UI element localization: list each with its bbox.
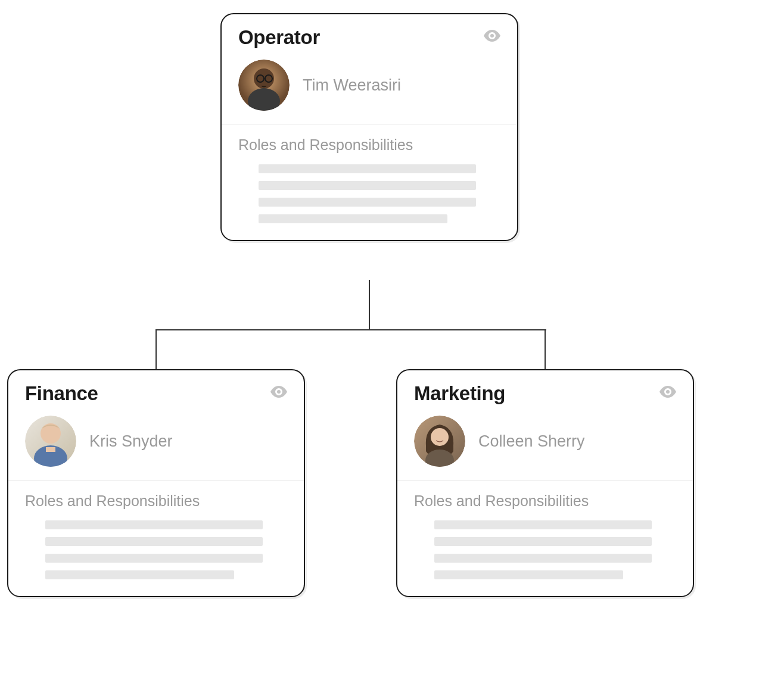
placeholder-lines [25, 520, 287, 579]
roles-label: Roles and Responsibilities [238, 136, 500, 154]
svg-point-6 [41, 423, 61, 444]
connector-line [155, 329, 546, 330]
roles-section: Roles and Responsibilities [8, 480, 304, 596]
placeholder-lines [414, 520, 676, 579]
card-title: Finance [25, 382, 98, 405]
roles-label: Roles and Responsibilities [25, 492, 287, 510]
placeholder-line [434, 537, 652, 546]
placeholder-line [259, 164, 476, 173]
card-title: Marketing [414, 382, 505, 405]
org-chart: Operator [0, 0, 784, 674]
org-card-marketing[interactable]: Marketing [396, 369, 694, 597]
connector-line [155, 329, 157, 370]
eye-icon[interactable] [659, 386, 676, 400]
roles-section: Roles and Responsibilities [222, 124, 517, 240]
svg-point-10 [431, 428, 449, 446]
placeholder-line [434, 554, 652, 563]
roles-section: Roles and Responsibilities [397, 480, 693, 596]
placeholder-line [259, 181, 476, 190]
placeholder-line [259, 214, 447, 223]
avatar [25, 416, 76, 467]
placeholder-line [434, 520, 652, 529]
person-row: Colleen Sherry [397, 410, 693, 480]
placeholder-line [434, 570, 623, 579]
card-header: Finance [8, 370, 304, 410]
connector-line [545, 329, 546, 370]
placeholder-line [45, 537, 263, 546]
placeholder-lines [238, 164, 500, 223]
card-title: Operator [238, 26, 320, 49]
person-name: Kris Snyder [89, 432, 173, 451]
roles-label: Roles and Responsibilities [414, 492, 676, 510]
card-header: Operator [222, 14, 517, 54]
connector-line [369, 280, 370, 330]
placeholder-line [45, 520, 263, 529]
eye-icon[interactable] [270, 386, 287, 400]
svg-rect-8 [46, 447, 55, 452]
person-name: Tim Weerasiri [303, 76, 401, 95]
person-row: Kris Snyder [8, 410, 304, 480]
avatar [238, 60, 290, 111]
placeholder-line [259, 198, 476, 207]
person-row: Tim Weerasiri [222, 54, 517, 124]
placeholder-line [45, 570, 234, 579]
placeholder-line [45, 554, 263, 563]
org-card-finance[interactable]: Finance [7, 369, 305, 597]
eye-icon[interactable] [484, 30, 500, 44]
avatar [414, 416, 465, 467]
org-card-operator[interactable]: Operator [220, 13, 518, 241]
person-name: Colleen Sherry [478, 432, 585, 451]
card-header: Marketing [397, 370, 693, 410]
